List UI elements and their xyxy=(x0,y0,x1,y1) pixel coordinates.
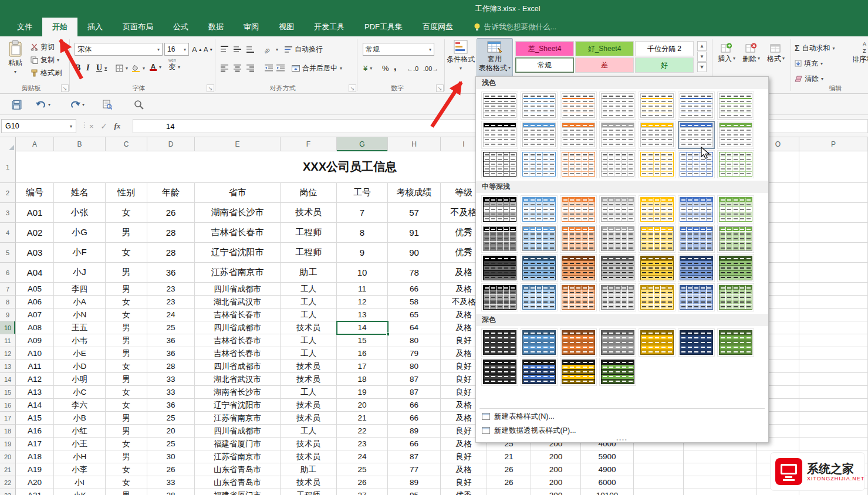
gallery-menu-item[interactable]: 新建数据透视表样式(P)... xyxy=(476,423,768,438)
cell[interactable]: 58 xyxy=(388,296,441,308)
ribbon-tab[interactable]: 数据 xyxy=(198,18,234,36)
cell[interactable]: 25 xyxy=(147,412,195,425)
row-header-10[interactable]: 10 xyxy=(0,321,16,334)
table-style-option[interactable] xyxy=(599,91,636,120)
cell[interactable]: 28 xyxy=(147,489,195,495)
table-style-option[interactable] xyxy=(678,195,715,223)
cell[interactable]: 女 xyxy=(106,438,147,450)
cell[interactable]: 工程师 xyxy=(281,223,337,243)
cell[interactable]: 200 xyxy=(531,489,581,495)
table-style-option[interactable] xyxy=(481,254,518,282)
ribbon-tab[interactable]: 文件 xyxy=(7,18,42,36)
cell[interactable]: 24 xyxy=(337,450,388,463)
fill-button[interactable]: 填充 ▾ xyxy=(795,57,823,69)
cell[interactable] xyxy=(799,412,868,425)
fill-handle[interactable] xyxy=(386,333,390,336)
align-center-button[interactable] xyxy=(234,62,241,74)
cell[interactable]: 及格 xyxy=(441,463,487,476)
cell[interactable] xyxy=(799,151,868,183)
cell[interactable]: 男 xyxy=(106,263,147,283)
cell[interactable]: 工人 xyxy=(281,283,337,296)
cell[interactable]: 吉林省长春市 xyxy=(195,223,281,243)
table-style-option[interactable] xyxy=(521,195,558,223)
cell[interactable]: 23 xyxy=(147,283,195,296)
cell[interactable]: 小D xyxy=(54,360,106,373)
table-style-option[interactable] xyxy=(521,91,558,120)
table-style-option[interactable] xyxy=(717,328,754,357)
cell[interactable]: 技术员 xyxy=(281,412,337,425)
cell[interactable]: 女 xyxy=(106,243,147,263)
row-header-7[interactable]: 7 xyxy=(0,283,16,296)
cell[interactable]: 小韦 xyxy=(54,334,106,347)
cell[interactable] xyxy=(799,296,868,308)
font-size-combo[interactable]: 16 ▾ xyxy=(164,43,189,56)
paste-button[interactable]: 粘贴 ▾ xyxy=(2,38,28,86)
table-style-option[interactable] xyxy=(481,195,518,223)
table-style-option[interactable] xyxy=(717,225,754,253)
row-header-2[interactable]: 2 xyxy=(0,183,16,203)
table-style-option[interactable] xyxy=(599,150,636,178)
redo-button[interactable]: ▾ xyxy=(69,98,85,111)
row-header-18[interactable]: 18 xyxy=(0,425,16,438)
cell[interactable]: 小J xyxy=(54,263,106,283)
table-style-option[interactable] xyxy=(481,358,518,386)
cell[interactable]: 21 xyxy=(337,412,388,425)
cell[interactable]: 工人 xyxy=(281,386,337,399)
cell[interactable]: 36 xyxy=(147,347,195,360)
table-style-option[interactable] xyxy=(639,121,676,149)
cell[interactable]: 技术员 xyxy=(281,321,337,334)
cell[interactable]: 24 xyxy=(147,308,195,321)
cell[interactable]: 助工 xyxy=(281,463,337,476)
font-color-button[interactable]: A ▾ xyxy=(150,61,161,73)
grow-font-button[interactable]: A▲ xyxy=(192,43,202,55)
cell[interactable]: 工人 xyxy=(281,296,337,308)
cell[interactable]: 女 xyxy=(106,203,147,223)
cell[interactable]: 小N xyxy=(54,308,106,321)
cell[interactable]: 四川省成都市 xyxy=(195,283,281,296)
row-header-13[interactable]: 13 xyxy=(0,360,16,373)
cell[interactable]: 湖南省长沙市 xyxy=(195,203,281,223)
table-style-option[interactable] xyxy=(599,358,636,386)
cell[interactable]: 年龄 xyxy=(147,183,195,203)
phonetic-guide-button[interactable]: wén 变 ▾ xyxy=(168,61,180,73)
cell[interactable]: 湖南省长沙市 xyxy=(195,386,281,399)
row-header-8[interactable]: 8 xyxy=(0,296,16,308)
sort-filter-button[interactable]: AZ 排序和筛选 xyxy=(853,38,868,90)
cell[interactable]: A04 xyxy=(16,263,54,283)
cell[interactable]: 23 xyxy=(147,296,195,308)
row-header-19[interactable]: 19 xyxy=(0,438,16,450)
paste-dropdown-arrow[interactable]: ▾ xyxy=(14,68,16,76)
cell[interactable] xyxy=(799,203,868,223)
format-cells-button[interactable]: 格式▾ xyxy=(764,41,788,75)
cell[interactable]: 57 xyxy=(388,203,441,223)
table-style-option[interactable] xyxy=(639,195,676,223)
cell[interactable] xyxy=(634,476,684,489)
name-box-dropdown-arrow[interactable]: ▾ xyxy=(70,124,72,129)
cell[interactable]: 27 xyxy=(337,489,388,495)
cell[interactable]: 200 xyxy=(531,450,581,463)
cell[interactable]: 11 xyxy=(337,283,388,296)
cell[interactable]: 10 xyxy=(337,263,388,283)
column-header-E[interactable]: E xyxy=(195,137,281,151)
row-header-15[interactable]: 15 xyxy=(0,386,16,399)
cell[interactable]: 工程师 xyxy=(281,489,337,495)
cell[interactable]: 女 xyxy=(106,476,147,489)
cell[interactable]: 25 xyxy=(147,321,195,334)
table-style-option[interactable] xyxy=(678,328,715,357)
ribbon-tab[interactable]: 百度网盘 xyxy=(413,18,463,36)
cell[interactable]: 助工 xyxy=(281,263,337,283)
cell[interactable]: 技术员 xyxy=(281,360,337,373)
cell[interactable]: 男 xyxy=(106,489,147,495)
ribbon-tab[interactable]: 公式 xyxy=(163,18,198,36)
table-style-option[interactable] xyxy=(678,283,715,311)
cell[interactable]: 辽宁省沈阳市 xyxy=(195,243,281,263)
row-header-6[interactable]: 6 xyxy=(0,263,16,283)
delete-cells-button[interactable]: 删除▾ xyxy=(739,41,763,75)
table-style-option[interactable] xyxy=(599,283,636,311)
ribbon-tab[interactable]: 视图 xyxy=(269,18,304,36)
cell[interactable] xyxy=(799,360,868,373)
row-header-22[interactable]: 22 xyxy=(0,476,16,489)
cell[interactable]: 80 xyxy=(388,360,441,373)
table-style-option[interactable] xyxy=(560,358,597,386)
table-style-option[interactable] xyxy=(481,121,518,149)
